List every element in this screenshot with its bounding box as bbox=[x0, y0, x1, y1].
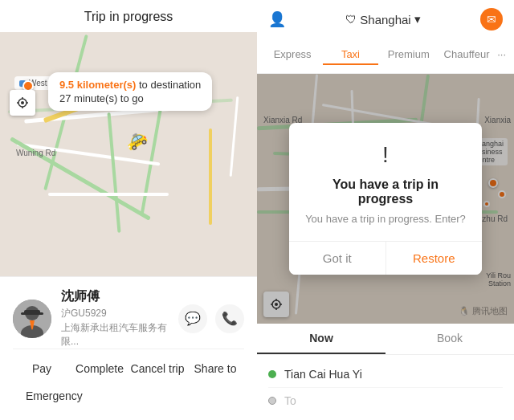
city-selector[interactable]: 🛡 Shanghai ▾ bbox=[345, 12, 420, 27]
driver-actions: 💬 📞 bbox=[178, 304, 244, 333]
tab-express[interactable]: Express bbox=[265, 45, 320, 65]
left-header: Trip in progress bbox=[0, 0, 257, 32]
right-header: 👤 🛡 Shanghai ▾ ✉ bbox=[257, 0, 514, 39]
trip-info-bubble: 9.5 kilometer(s) to destination 27 minut… bbox=[48, 72, 212, 111]
got-it-button[interactable]: Got it bbox=[289, 242, 386, 275]
right-map: Xianxia Rd Xianxia Jinzhu Rd ShanghaiBus… bbox=[257, 74, 514, 324]
dest-item-2[interactable]: To bbox=[268, 388, 503, 414]
dest-item-1: Tian Cai Hua Yi bbox=[268, 361, 503, 388]
tab-now[interactable]: Now bbox=[257, 324, 386, 354]
distance-value: 9.5 kilometer(s) bbox=[59, 79, 136, 91]
driver-card: 沈师傅 沪GU5929 上海新承出租汽车服务有限... 💬 📞 Pay Comp… bbox=[0, 276, 257, 420]
restore-button[interactable]: Restore bbox=[386, 242, 483, 275]
phone-button[interactable]: 📞 bbox=[215, 304, 244, 333]
tab-more[interactable]: ··· bbox=[497, 45, 506, 65]
driver-avatar bbox=[13, 300, 51, 338]
chevron-down-icon: ▾ bbox=[414, 12, 421, 27]
action-buttons-row: Pay Complete Cancel trip Share to bbox=[13, 349, 244, 383]
emergency-button[interactable]: Emergency bbox=[13, 386, 244, 406]
distance-suffix: to destination bbox=[136, 79, 201, 91]
dest-label: To bbox=[284, 394, 296, 407]
person-icon[interactable]: 👤 bbox=[268, 10, 286, 28]
tab-chauffeur[interactable]: Chauffeur bbox=[439, 45, 494, 65]
driver-plate: 沪GU5929 bbox=[61, 307, 169, 320]
destination-list: Tian Cai Hua Yi To bbox=[257, 355, 514, 420]
tab-premium[interactable]: Premium bbox=[381, 45, 436, 65]
tab-taxi[interactable]: Taxi bbox=[323, 45, 377, 65]
location-button[interactable] bbox=[10, 90, 35, 116]
dest-dot bbox=[268, 397, 276, 405]
origin-dot bbox=[268, 370, 276, 378]
service-tabs: Express Taxi Premium Chauffeur ··· bbox=[257, 39, 514, 74]
time-suffix: to go bbox=[117, 92, 144, 104]
share-to-button[interactable]: Share to bbox=[186, 357, 244, 380]
modal-exclaim-icon: ! bbox=[305, 142, 466, 168]
didi-logo: 🛡 bbox=[345, 13, 357, 26]
wuning-rd-label: Wuning Rd bbox=[16, 149, 55, 157]
message-icon: ✉ bbox=[487, 13, 496, 26]
city-name: Shanghai bbox=[360, 13, 410, 27]
left-map: West Shanghai Railway Station Wuning Rd … bbox=[0, 32, 257, 276]
right-tab-bar: Now Book bbox=[257, 324, 514, 355]
driver-info: 沈师傅 沪GU5929 上海新承出租汽车服务有限... bbox=[61, 288, 169, 349]
emergency-row: Emergency bbox=[13, 383, 244, 412]
time-value: 27 minute(s) bbox=[59, 92, 117, 104]
right-bottom-panel: Now Book Tian Cai Hua Yi To bbox=[257, 324, 514, 420]
modal-subtitle: You have a trip in progress. Enter? bbox=[305, 213, 466, 225]
complete-button[interactable]: Complete bbox=[71, 357, 128, 380]
svg-rect-10 bbox=[21, 312, 43, 315]
driver-company: 上海新承出租汽车服务有限... bbox=[61, 321, 169, 349]
modal-buttons: Got it Restore bbox=[289, 241, 482, 275]
pay-button[interactable]: Pay bbox=[13, 357, 71, 380]
message-badge[interactable]: ✉ bbox=[480, 8, 503, 31]
cancel-trip-button[interactable]: Cancel trip bbox=[128, 357, 186, 380]
svg-point-1 bbox=[21, 101, 24, 104]
message-button[interactable]: 💬 bbox=[178, 304, 207, 333]
driver-name: 沈师傅 bbox=[61, 288, 169, 305]
origin-label: Tian Cai Hua Yi bbox=[284, 368, 362, 381]
right-panel: 👤 🛡 Shanghai ▾ ✉ Express Taxi Premium Ch… bbox=[257, 0, 514, 420]
modal-overlay: ! You have a trip in progress You have a… bbox=[257, 74, 514, 324]
tab-book[interactable]: Book bbox=[386, 324, 514, 354]
left-panel: Trip in progress West Shanghai Railway S… bbox=[0, 0, 257, 420]
left-title: Trip in progress bbox=[84, 10, 173, 23]
modal-title: You have a trip in progress bbox=[305, 177, 466, 206]
trip-in-progress-modal: ! You have a trip in progress You have a… bbox=[289, 123, 482, 275]
